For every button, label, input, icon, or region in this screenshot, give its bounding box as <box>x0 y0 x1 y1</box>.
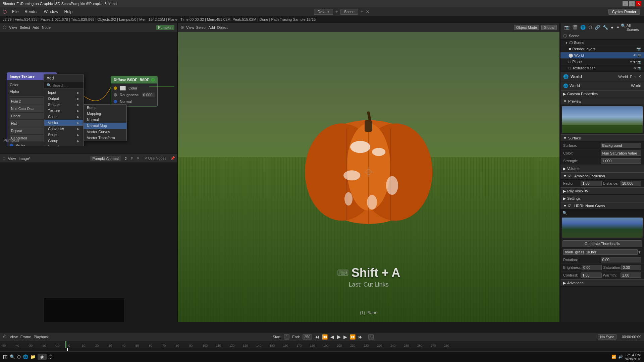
menu-converter[interactable]: Converter▶ <box>44 126 84 132</box>
menu-output[interactable]: Output▶ <box>44 96 84 102</box>
menu-render[interactable]: Render <box>22 8 40 15</box>
tmesh-eye-btn[interactable]: 👁 <box>633 66 637 70</box>
rotation-value[interactable]: 0.00 <box>601 257 642 262</box>
bsdf-socket[interactable] <box>151 78 155 81</box>
generate-thumbnails-btn[interactable]: Generate Thumbnails <box>562 240 642 247</box>
minimize-button[interactable]: ─ <box>623 1 628 6</box>
node-type-label[interactable]: Pumpkin <box>156 25 174 30</box>
submenu-normal-map[interactable]: Normal Map <box>84 123 126 129</box>
menu-vector[interactable]: Vector▶ <box>44 120 84 126</box>
lower-image-btn[interactable]: Image* <box>19 157 31 161</box>
remove-scene-btn[interactable]: ✕ <box>366 9 370 14</box>
menu-group[interactable]: Group▶ <box>44 138 84 144</box>
outliner-texturedmesh[interactable]: □ TexturedMesh 👁 📷 <box>560 65 644 71</box>
all-scenes-label[interactable]: All Scenes <box>627 23 641 32</box>
world-name-field[interactable]: World <box>618 75 628 79</box>
jump-end-btn[interactable]: ⏭ <box>358 334 363 340</box>
normal-input-socket[interactable] <box>114 100 117 103</box>
start-btn[interactable]: ⊞ <box>3 353 8 361</box>
chrome-btn[interactable]: ◉ <box>38 354 47 360</box>
preview-header[interactable]: ▼ Preview <box>560 98 644 105</box>
tab-particles[interactable]: ✦ <box>615 24 621 30</box>
image-use-nodes[interactable]: ✕ Use Nodes <box>144 156 166 161</box>
tab-modifiers[interactable]: 🔧 <box>602 24 609 30</box>
surface-header[interactable]: ▼ Surface <box>560 134 644 142</box>
add-menu-btn[interactable]: Add <box>33 25 39 29</box>
plane-eye-btn[interactable]: 👁 <box>633 60 637 64</box>
frame-field[interactable]: 1 <box>368 334 374 340</box>
plane-edit-btn[interactable]: ✏ <box>630 60 633 64</box>
menu-help[interactable]: Help <box>61 8 75 15</box>
outliner-renderlayers[interactable]: ■ RenderLayers 📷 <box>560 46 644 52</box>
submenu-mapping[interactable]: Mapping <box>84 111 126 117</box>
menu-file[interactable]: File <box>9 8 21 15</box>
menu-script[interactable]: Script▶ <box>44 132 84 138</box>
global-btn[interactable]: Global <box>541 25 557 30</box>
maximize-button[interactable]: □ <box>629 1 635 6</box>
roughness-value[interactable]: 0.000 <box>142 93 155 97</box>
world-camera-btn[interactable]: 📷 <box>637 54 641 57</box>
timeline-playback-btn[interactable]: Playback <box>34 335 49 339</box>
hdri-header[interactable]: ▼ ☑ HDRI: Noon Grass <box>560 202 644 209</box>
submenu-bump[interactable]: Bump <box>84 105 126 111</box>
prev-keyframe-btn[interactable]: ⏪ <box>322 334 328 340</box>
settings-header[interactable]: ▶ Settings <box>560 195 644 202</box>
surface-value[interactable]: Background <box>601 143 642 148</box>
ao-checkbox[interactable]: ☑ <box>568 174 572 178</box>
brightness-value[interactable]: 0.00 <box>582 265 602 270</box>
tab-scene[interactable]: 🎬 <box>571 24 579 30</box>
hdri-filename[interactable]: noon_grass_1k.hdr <box>563 249 638 255</box>
vp-add-btn[interactable]: Add <box>208 25 215 29</box>
next-frame-btn[interactable]: ▶ <box>343 334 347 340</box>
prev-frame-btn[interactable]: ◀ <box>330 334 334 340</box>
vp-view-btn[interactable]: View <box>186 25 194 29</box>
menu-shader[interactable]: Shader▶ <box>44 102 84 108</box>
next-keyframe-btn[interactable]: ⏩ <box>350 334 356 340</box>
diffuse-color-socket[interactable] <box>114 86 117 90</box>
render-engine-tab[interactable]: Cycles Render <box>608 9 640 15</box>
tab-world[interactable]: 🌐 <box>579 24 587 30</box>
tab-object[interactable]: ⬡ <box>587 24 593 30</box>
tray-network[interactable]: 📶 <box>611 355 616 359</box>
jump-start-btn[interactable]: ⏮ <box>315 334 319 340</box>
view-menu[interactable]: View <box>9 25 17 29</box>
color-prop-value[interactable]: Hue Saturation Value <box>601 150 642 156</box>
select-menu[interactable]: Select <box>20 25 30 29</box>
menu-texture[interactable]: Texture▶ <box>44 108 84 114</box>
search-input[interactable] <box>53 83 79 87</box>
world-close-btn[interactable]: ✕ <box>638 74 641 79</box>
saturation-value[interactable]: 0.00 <box>621 265 641 270</box>
image-name-field[interactable]: PumpkinNormal <box>90 156 120 161</box>
world-eye-btn[interactable]: 👁 <box>633 54 637 57</box>
outliner-plane[interactable]: □ Plane ✏ 👁 📷 <box>560 59 644 65</box>
plane-camera-btn[interactable]: 📷 <box>637 60 641 64</box>
tmesh-camera-btn[interactable]: 📷 <box>637 66 641 70</box>
warmth-value[interactable]: 1.00 <box>621 273 641 278</box>
world-pin-btn[interactable]: F <box>630 75 632 79</box>
ao-factor-value[interactable]: 1.00 <box>581 181 601 186</box>
sync-dropdown[interactable]: No Sync <box>598 334 616 340</box>
close-button[interactable]: ✕ <box>636 1 641 6</box>
tray-volume[interactable]: 🔊 <box>618 355 623 359</box>
tab-constraints[interactable]: 🔗 <box>594 24 601 30</box>
add-workspace-btn[interactable]: ＋ <box>334 9 339 15</box>
custom-props-header[interactable]: ▶ Custom Properties <box>560 90 644 98</box>
search-bar[interactable]: 🔍 <box>10 354 15 359</box>
menu-input[interactable]: Input▶ <box>44 89 84 96</box>
volume-header[interactable]: ▶ Volume <box>560 165 644 172</box>
edge-btn[interactable]: 🌐 <box>23 354 28 359</box>
outliner-scene[interactable]: ▸ ⬡ Scene <box>560 40 644 46</box>
world-plus-btn[interactable]: + <box>634 75 636 79</box>
roughness-socket[interactable] <box>114 93 117 97</box>
add-scene-btn[interactable]: ＋ <box>360 9 364 15</box>
menu-color[interactable]: Color▶ <box>44 114 84 120</box>
object-mode-btn[interactable]: Object Mode <box>514 25 539 30</box>
submenu-vector-curves[interactable]: Vector Curves <box>84 129 126 135</box>
color-swatch[interactable] <box>120 86 126 90</box>
contrast-value[interactable]: 1.00 <box>581 273 601 278</box>
strength-value[interactable]: 1.000 <box>601 158 642 164</box>
ao-header[interactable]: ▼ ☑ Ambient Occlusion <box>560 172 644 180</box>
end-field[interactable]: 250 <box>303 334 312 340</box>
3d-viewport[interactable]: ⊕ View Select Add Object Object Mode Glo… <box>178 23 560 322</box>
ao-distance-value[interactable]: 10.000 <box>621 181 641 186</box>
